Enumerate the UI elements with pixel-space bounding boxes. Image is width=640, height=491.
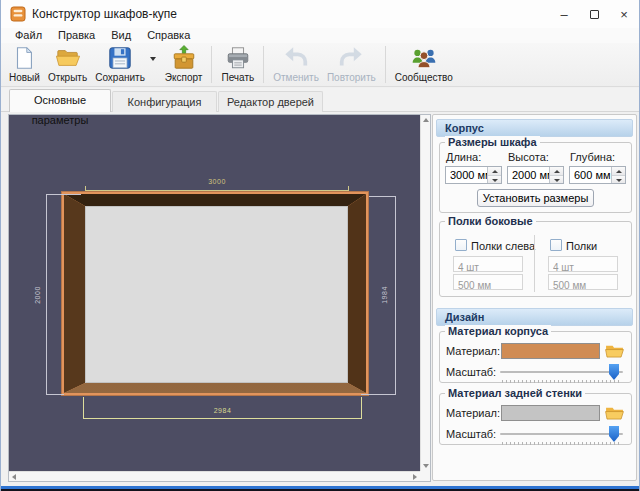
- horizontal-scrollbar[interactable]: [9, 471, 420, 481]
- shelves-left-label: Полки слева: [471, 240, 535, 252]
- vertical-scrollbar[interactable]: [420, 115, 430, 471]
- window-title: Конструктор шкафов-купе: [32, 7, 177, 21]
- drawing-canvas[interactable]: 2000 1984 3000 2984: [9, 115, 420, 471]
- shelves-left-width-field[interactable]: [453, 274, 523, 290]
- shelves-right-width-field[interactable]: [548, 274, 618, 290]
- wardrobe-drawing[interactable]: [62, 192, 368, 395]
- arrow-down-icon: [616, 179, 622, 182]
- toolbar: Новый Открыть Сохранить: [1, 43, 639, 87]
- tab-door-editor[interactable]: Редактор дверей: [218, 91, 323, 112]
- redo-button[interactable]: Повторить: [323, 43, 380, 86]
- undo-icon: [283, 45, 309, 71]
- shelves-left-count-field[interactable]: [453, 256, 523, 272]
- spin-up-button[interactable]: [488, 167, 501, 175]
- back-scale-slider[interactable]: [500, 433, 623, 435]
- dimension-line-right: [395, 196, 396, 395]
- arrow-down-icon: [492, 179, 498, 182]
- shelves-right-count-field[interactable]: [548, 256, 618, 272]
- open-button[interactable]: Открыть: [44, 43, 91, 86]
- shelves-left-checkbox[interactable]: [455, 239, 467, 251]
- menu-file[interactable]: Файл: [7, 28, 50, 43]
- height-label: Высота:: [508, 151, 549, 163]
- scroll-up-icon[interactable]: [423, 118, 429, 122]
- depth-stepper[interactable]: [569, 166, 626, 184]
- print-label: Печать: [221, 72, 254, 83]
- close-button[interactable]: ×: [609, 0, 639, 28]
- community-label: Сообщество: [395, 72, 453, 83]
- dimension-tick: [348, 186, 349, 191]
- section-header-korpus: Корпус: [436, 119, 633, 137]
- menu-bar: Файл Правка Вид Справка: [1, 28, 639, 43]
- print-icon: [225, 45, 251, 71]
- shelves-right-checkbox[interactable]: [550, 239, 562, 251]
- app-icon: [10, 6, 26, 22]
- dimension-label-left: 2000: [34, 283, 42, 307]
- save-dropdown-icon[interactable]: [150, 57, 156, 61]
- group-side-shelves: Полки боковые Полки слева Полки справа: [439, 221, 632, 297]
- toolbar-separator: [263, 46, 264, 83]
- tab-main-params[interactable]: Основные параметры: [9, 89, 111, 112]
- shelves-left-width-input[interactable]: [454, 280, 522, 291]
- undo-button[interactable]: Отменить: [269, 43, 323, 86]
- minimize-button[interactable]: –: [549, 0, 579, 28]
- export-chest-icon: [171, 45, 197, 71]
- back-scale-slider-thumb[interactable]: [609, 426, 619, 442]
- shelves-left-count-input[interactable]: [454, 262, 522, 273]
- set-sizes-button[interactable]: Установить размеры: [477, 189, 594, 207]
- export-button[interactable]: Экспорт: [161, 43, 207, 86]
- open-folder-icon: [55, 45, 81, 71]
- dimension-label-bottom: 2984: [83, 407, 362, 415]
- tab-strip: Основные параметры Конфигурация шкафа Ре…: [1, 88, 639, 112]
- toolbar-separator: [385, 46, 386, 83]
- group-title-shelves: Полки боковые: [445, 215, 536, 227]
- spin-up-button[interactable]: [550, 167, 563, 175]
- menu-edit[interactable]: Правка: [50, 28, 103, 43]
- wardrobe-back-panel: [85, 206, 348, 383]
- length-stepper[interactable]: [445, 166, 502, 184]
- body-material-swatch[interactable]: [501, 343, 600, 359]
- dimension-tick: [369, 196, 396, 197]
- community-button[interactable]: Сообщество: [391, 43, 457, 86]
- menu-help[interactable]: Справка: [139, 28, 198, 43]
- scroll-down-icon[interactable]: [423, 464, 429, 468]
- browse-folder-icon[interactable]: [605, 405, 624, 420]
- scale-label: Масштаб:: [446, 366, 496, 378]
- scroll-right-icon[interactable]: [413, 474, 417, 480]
- spin-up-button[interactable]: [612, 167, 625, 175]
- height-stepper[interactable]: [507, 166, 564, 184]
- material-label: Материал:: [446, 345, 500, 357]
- slider-ticks: [502, 442, 622, 445]
- spin-down-button[interactable]: [550, 175, 563, 184]
- length-input[interactable]: [446, 167, 487, 183]
- length-label: Длина:: [446, 151, 481, 163]
- title-bar: Конструктор шкафов-купе – ×: [1, 0, 639, 28]
- spin-down-button[interactable]: [612, 175, 625, 184]
- community-people-icon: [411, 45, 437, 71]
- scroll-left-icon[interactable]: [12, 474, 16, 480]
- arrow-up-icon: [616, 170, 622, 173]
- shelves-right-count-input[interactable]: [549, 262, 617, 273]
- menu-view[interactable]: Вид: [103, 28, 139, 43]
- dimension-line-left: [46, 194, 47, 395]
- browse-folder-icon[interactable]: [605, 343, 624, 358]
- new-button[interactable]: Новый: [5, 43, 44, 86]
- save-button[interactable]: Сохранить: [91, 43, 149, 86]
- height-input[interactable]: [508, 167, 549, 183]
- dimension-line-top: [85, 190, 349, 191]
- tab-wardrobe-config[interactable]: Конфигурация шкафа: [112, 91, 217, 112]
- print-button[interactable]: Печать: [217, 43, 258, 86]
- save-floppy-icon: [107, 45, 133, 71]
- body-scale-slider[interactable]: [500, 371, 623, 373]
- dimension-label-top: 3000: [85, 178, 349, 186]
- group-wardrobe-sizes: Размеры шкафа Длина: Высота: Глубина:: [439, 142, 632, 213]
- depth-input[interactable]: [570, 167, 611, 183]
- body-scale-slider-thumb[interactable]: [609, 364, 619, 380]
- spin-down-button[interactable]: [488, 175, 501, 184]
- maximize-button[interactable]: [579, 0, 609, 28]
- back-material-swatch[interactable]: [501, 405, 600, 421]
- dimension-label-right: 1984: [381, 283, 389, 307]
- toolbar-separator: [211, 46, 212, 83]
- shelves-right-width-input[interactable]: [549, 280, 617, 291]
- group-body-material: Материал корпуса Материал: Масштаб:: [439, 331, 632, 383]
- section-header-design: Дизайн: [436, 308, 633, 326]
